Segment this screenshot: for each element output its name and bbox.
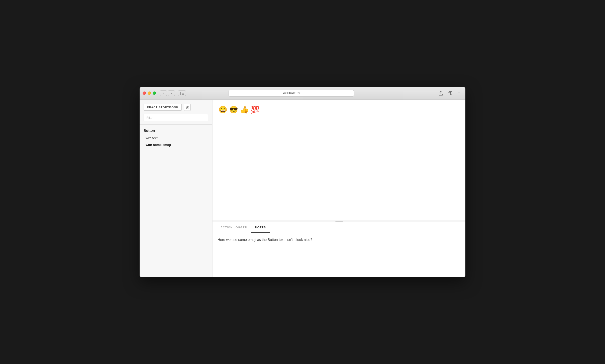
main-area: 😄 😎 👍 💯 ACTION LOGGER NOTES Here we u: [212, 100, 465, 277]
share-button[interactable]: [437, 90, 444, 97]
tab-action-logger[interactable]: ACTION LOGGER: [217, 222, 251, 233]
filter-input-wrapper: [140, 114, 212, 124]
reload-icon[interactable]: ↻: [297, 91, 300, 95]
panel-content: Here we use some emoji as the Button tex…: [213, 233, 465, 277]
sidebar: REACT STORYBOOK ⌘ Button with text with …: [140, 100, 212, 277]
keyboard-shortcut-badge: ⌘: [184, 104, 191, 111]
sidebar-item-with-text[interactable]: with text: [144, 135, 208, 141]
sidebar-divider: [140, 124, 212, 125]
notes-text: Here we use some emoji as the Button tex…: [218, 237, 460, 242]
preview-area: 😄 😎 👍 💯: [213, 100, 465, 220]
sidebar-header: REACT STORYBOOK ⌘: [140, 100, 212, 114]
nav-group-title: Button: [144, 129, 208, 133]
nav-buttons: ‹ ›: [160, 90, 175, 96]
minimize-button[interactable]: [148, 92, 151, 95]
sidebar-item-with-some-emoji[interactable]: with some emoji: [144, 141, 208, 148]
svg-rect-0: [180, 92, 181, 95]
sidebar-nav: Button with text with some emoji: [140, 127, 212, 277]
svg-rect-2: [182, 93, 184, 94]
sidebar-toggle-button[interactable]: [178, 90, 186, 96]
back-button[interactable]: ‹: [160, 90, 167, 96]
forward-button[interactable]: ›: [168, 90, 175, 96]
back-arrow-icon: ‹: [163, 92, 164, 95]
resize-handle-indicator: [335, 221, 343, 222]
browser-chrome: ‹ › localhost ↻: [140, 87, 465, 100]
tab-notes[interactable]: NOTES: [251, 222, 270, 233]
panel-tabs: ACTION LOGGER NOTES: [213, 222, 465, 233]
traffic-lights: [143, 92, 156, 95]
svg-rect-1: [182, 92, 184, 92]
browser-window: ‹ › localhost ↻: [140, 87, 465, 277]
app-content: REACT STORYBOOK ⌘ Button with text with …: [140, 100, 465, 277]
new-tab-button[interactable]: +: [455, 90, 462, 97]
resize-handle[interactable]: [213, 220, 465, 222]
preview-content: 😄 😎 👍 💯: [219, 105, 259, 115]
forward-arrow-icon: ›: [171, 92, 172, 95]
close-button[interactable]: [143, 92, 146, 95]
filter-input[interactable]: [144, 114, 208, 121]
svg-rect-4: [448, 92, 451, 95]
maximize-button[interactable]: [153, 92, 156, 95]
url-text: localhost: [282, 91, 295, 95]
storybook-title-button[interactable]: REACT STORYBOOK: [144, 104, 182, 111]
browser-actions: +: [437, 90, 462, 97]
address-bar[interactable]: localhost ↻: [229, 90, 354, 97]
duplicate-button[interactable]: [446, 90, 453, 97]
svg-rect-3: [182, 94, 184, 95]
plus-icon: +: [457, 90, 460, 96]
bottom-panel: ACTION LOGGER NOTES Here we use some emo…: [213, 222, 465, 277]
